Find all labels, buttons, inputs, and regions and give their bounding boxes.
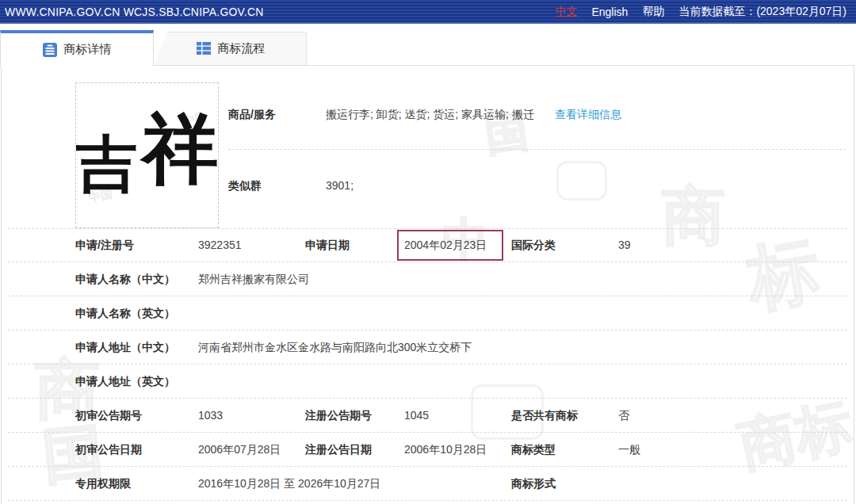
document-lines-icon — [43, 43, 57, 57]
trademark-calligraphy: 吉 祥 — [76, 104, 219, 207]
table-row-applicant-address-cn: 申请人地址（中文） 河南省郑州市金水区金水路与南阳路向北300米立交桥下 — [8, 330, 847, 365]
help-link[interactable]: 帮助 — [642, 5, 664, 19]
trademark-image[interactable]: 中国 中国 吉 祥 — [75, 82, 219, 228]
top-bar-links: 中文 English 帮助 当前数据截至：(2023年02月07日) — [555, 5, 846, 19]
trademark-char: 吉 — [76, 124, 138, 207]
field-label: 申请人名称（中文） — [75, 262, 175, 296]
list-icon — [197, 41, 211, 55]
data-cutoff-date: 当前数据截至：(2023年02月07日) — [678, 5, 846, 19]
goods-services-value: 搬运行李; 卸货; 送货; 货运; 家具运输; 搬迁 — [326, 108, 534, 122]
field-value: 1045 — [404, 399, 429, 433]
field-value: 39 — [618, 228, 631, 262]
lang-english-link[interactable]: English — [591, 6, 628, 18]
trademark-detail-panel: 商 标 中 国 商 国 商标 中国 中国 吉 祥 商品/服务 搬运行李; 卸货;… — [1, 65, 854, 504]
goods-services-row: 商品/服务 搬运行李; 卸货; 送货; 货运; 家具运输; 搬迁 查看详细信息 — [228, 108, 846, 122]
site-domains: WWW.CNIPA.GOV.CN WCJS.SBJ.CNIPA.GOV.CN — [5, 6, 264, 18]
tab-bar: 商标详情 商标流程 — [0, 30, 856, 66]
field-label: 商标形式 — [511, 467, 556, 501]
field-value: 河南省郑州市金水区金水路与南阳路向北300米立交桥下 — [198, 330, 472, 365]
row-divider — [228, 149, 846, 150]
table-row-applicant-name-en: 申请人名称（英文） — [8, 296, 847, 330]
field-label: 专用权期限 — [75, 467, 131, 501]
field-label: 申请人名称（英文） — [75, 296, 175, 330]
field-label: 申请/注册号 — [75, 228, 134, 262]
table-row-publication-dates: 初审公告日期 2006年07月28日 注册公告日期 2006年10月28日 商标… — [8, 433, 847, 467]
tab-label: 商标流程 — [218, 41, 266, 56]
top-bar: WWW.CNIPA.GOV.CN WCJS.SBJ.CNIPA.GOV.CN 中… — [0, 0, 856, 24]
field-label: 初审公告日期 — [75, 433, 142, 467]
field-value: 否 — [618, 399, 629, 433]
similar-group-label: 类似群 — [228, 179, 326, 193]
field-label: 申请人地址（中文） — [75, 330, 175, 365]
table-row-publication-numbers: 初审公告期号 1033 注册公告期号 1045 是否共有商标 否 — [8, 399, 847, 433]
field-label: 是否共有商标 — [511, 399, 578, 433]
info-table: 申请/注册号 3922351 申请日期 2004年02月23日 国际分类 39 … — [8, 228, 847, 501]
tab-label: 商标详情 — [64, 42, 112, 57]
tab-trademark-process[interactable]: 商标流程 — [155, 32, 307, 65]
tab-trademark-details[interactable]: 商标详情 — [0, 30, 154, 66]
field-value: 郑州吉祥搬家有限公司 — [198, 262, 309, 296]
field-label: 商标类型 — [511, 433, 556, 467]
field-value: 一般 — [618, 433, 640, 467]
view-details-link[interactable]: 查看详细信息 — [555, 108, 621, 122]
similar-group-row: 类似群 3901; — [228, 179, 846, 193]
field-label: 初审公告期号 — [75, 399, 142, 433]
page: WWW.CNIPA.GOV.CN WCJS.SBJ.CNIPA.GOV.CN 中… — [0, 0, 856, 504]
trademark-char: 祥 — [143, 99, 219, 202]
field-label: 注册公告日期 — [305, 433, 372, 467]
lang-chinese-link[interactable]: 中文 — [555, 5, 577, 19]
field-value: 3922351 — [198, 228, 242, 262]
table-row-application-number: 申请/注册号 3922351 申请日期 2004年02月23日 国际分类 39 — [8, 228, 847, 262]
table-row-applicant-name-cn: 申请人名称（中文） 郑州吉祥搬家有限公司 — [8, 262, 847, 296]
field-label: 注册公告期号 — [305, 399, 372, 433]
similar-group-value: 3901; — [326, 179, 353, 192]
table-row-exclusive-right-period: 专用权期限 2016年10月28日 至 2026年10月27日 商标形式 — [8, 467, 847, 501]
field-value: 2016年10月28日 至 2026年10月27日 — [198, 467, 380, 501]
field-label: 申请日期 — [305, 228, 350, 262]
goods-services-label: 商品/服务 — [228, 108, 326, 122]
field-value: 2006年10月28日 — [404, 433, 487, 467]
field-label: 国际分类 — [511, 228, 556, 262]
field-value: 1033 — [198, 399, 223, 433]
field-value-application-date: 2004年02月23日 — [404, 228, 487, 262]
field-label: 申请人地址（英文） — [75, 365, 175, 399]
field-value: 2006年07月28日 — [198, 433, 281, 467]
table-row-applicant-address-en: 申请人地址（英文） — [8, 365, 847, 399]
